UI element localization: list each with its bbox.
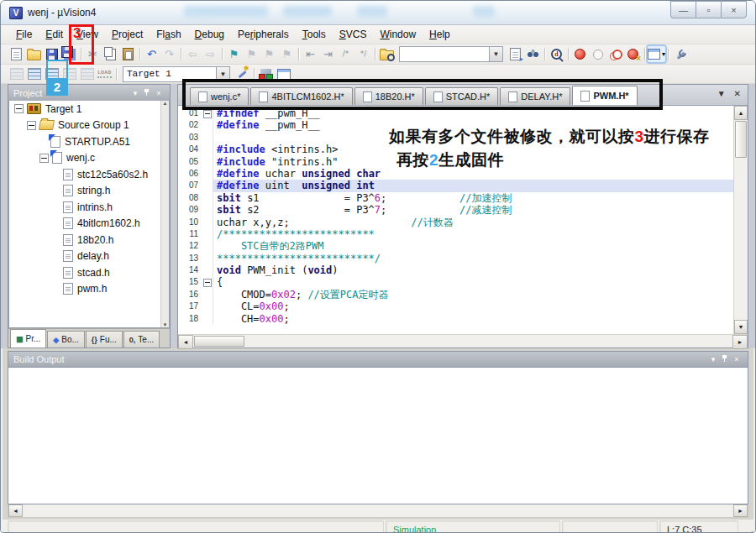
fold-collapse-icon[interactable] <box>203 110 212 118</box>
maximize-button[interactable]: ▫ <box>696 1 721 18</box>
file-tab[interactable]: wenj.c* <box>190 87 249 105</box>
build-target-button[interactable] <box>25 66 43 82</box>
new-file-button[interactable] <box>8 46 25 62</box>
enable-breakpoint-button[interactable] <box>589 46 606 62</box>
tree-scrollbar[interactable]: ▲▼ <box>160 101 169 327</box>
tab-list-icon[interactable]: ▼ <box>717 89 726 98</box>
title-bar[interactable]: V wenj - µVision4 — ▫ × <box>1 1 755 25</box>
panel-menu-icon[interactable]: ▾ <box>129 89 141 97</box>
tree-item[interactable]: delay.h <box>9 248 169 265</box>
menu-item-svcs[interactable]: SVCS <box>333 27 374 42</box>
app-icon[interactable]: V <box>9 7 23 19</box>
horizontal-scroll-thumb[interactable] <box>194 336 244 347</box>
manage-components-button[interactable] <box>257 66 275 82</box>
panel-menu-icon[interactable]: ▾ <box>707 355 719 363</box>
panel-tab-functions[interactable]: {}Fu... <box>86 331 123 347</box>
build-output-content[interactable] <box>8 367 748 504</box>
tree-expander-icon[interactable] <box>39 154 49 163</box>
find-next-button[interactable] <box>507 46 524 62</box>
tree-item[interactable]: 18b20.h <box>9 232 169 248</box>
file-tab[interactable]: PWM.H* <box>572 86 637 105</box>
menu-item-edit[interactable]: Edit <box>39 27 70 42</box>
editor-vertical-scrollbar[interactable]: ▲ ▼ <box>733 106 748 334</box>
panel-splitter[interactable] <box>171 84 177 348</box>
navigate-back-button[interactable]: ⇦ <box>184 46 202 62</box>
scroll-down-icon[interactable]: ▼ <box>734 320 748 334</box>
find-in-files-button[interactable] <box>378 46 396 62</box>
tree-expander-icon[interactable] <box>14 104 24 113</box>
run-to-cursor-button[interactable] <box>524 46 542 62</box>
disable-breakpoint-button[interactable] <box>606 46 624 62</box>
vertical-scroll-thumb[interactable] <box>735 121 747 158</box>
scroll-left-icon[interactable]: ◄ <box>8 504 23 517</box>
file-tab[interactable]: DELAY.H* <box>500 87 570 105</box>
copy-button[interactable] <box>102 46 119 62</box>
chevron-down-icon[interactable]: ▼ <box>489 47 502 61</box>
menu-item-help[interactable]: Help <box>423 27 457 42</box>
fold-collapse-icon[interactable] <box>203 279 212 287</box>
panel-close-icon[interactable]: × <box>153 89 165 97</box>
bookmark-next-button[interactable]: ⚑ <box>260 46 278 62</box>
scroll-up-icon[interactable]: ▲ <box>163 101 168 106</box>
menu-item-window[interactable]: Window <box>373 27 423 42</box>
code-editor[interactable]: 01#ifndef __pwm_H__02#define __pwm_H__03… <box>178 106 733 334</box>
bookmark-toggle-button[interactable]: ⚑ <box>225 46 243 62</box>
pin-icon[interactable] <box>719 354 731 364</box>
target-combobox[interactable]: Target 1▼ <box>123 66 230 82</box>
editor-horizontal-scrollbar[interactable]: ◄ ► <box>178 334 748 347</box>
tree-item[interactable]: STARTUP.A51 <box>9 133 169 150</box>
scroll-left-icon[interactable]: ◄ <box>178 335 193 349</box>
chevron-down-icon[interactable]: ▼ <box>216 67 229 81</box>
menu-item-peripherals[interactable]: Peripherals <box>231 27 296 42</box>
project-window-layout-button[interactable] <box>275 66 292 82</box>
tree-item[interactable]: intrins.h <box>9 199 169 216</box>
scroll-down-icon[interactable]: ▼ <box>163 322 168 327</box>
save-button[interactable] <box>43 46 60 62</box>
menu-item-debug[interactable]: Debug <box>188 27 231 42</box>
debug-windows-button[interactable]: ▾ <box>648 46 665 62</box>
minimize-button[interactable]: — <box>670 1 696 18</box>
tree-item[interactable]: Source Group 1 <box>9 118 169 134</box>
navigate-forward-button[interactable]: ⇨ <box>202 46 219 62</box>
close-button[interactable]: × <box>721 1 747 18</box>
indent-button[interactable]: ⇥ <box>319 46 337 62</box>
file-tab[interactable]: 18B20.H* <box>354 87 423 105</box>
panel-tab-templates[interactable]: 0,Te... <box>123 331 160 347</box>
tree-item[interactable]: 4bitlcm1602.h <box>9 216 169 233</box>
tree-item[interactable]: stcad.h <box>9 264 169 281</box>
tree-item[interactable]: wenj.c <box>9 150 169 167</box>
unindent-button[interactable]: ⇤ <box>302 46 319 62</box>
batch-build-button[interactable] <box>60 66 78 82</box>
scroll-right-icon[interactable]: ► <box>732 335 748 349</box>
tree-item[interactable]: Target 1 <box>9 101 169 118</box>
build-output-scrollbar[interactable]: ◄ ► <box>8 504 748 518</box>
search-combobox[interactable]: ▼ <box>399 46 503 62</box>
options-for-target-button[interactable] <box>234 66 251 82</box>
pin-icon[interactable] <box>141 88 153 98</box>
tree-expander-icon[interactable] <box>27 121 36 130</box>
configure-button[interactable] <box>671 46 689 62</box>
menu-item-file[interactable]: File <box>9 27 39 42</box>
kill-all-breakpoints-button[interactable] <box>624 46 642 62</box>
find-in-target-button[interactable]: d <box>548 46 565 62</box>
panel-close-icon[interactable]: × <box>731 355 743 363</box>
undo-button[interactable]: ↶ <box>143 46 160 62</box>
tree-item[interactable]: string.h <box>9 183 169 200</box>
bookmark-previous-button[interactable]: ⚑ <box>243 46 260 62</box>
tree-item[interactable]: pwm.h <box>9 281 169 298</box>
paste-button[interactable] <box>119 46 137 62</box>
translate-file-button[interactable] <box>8 66 25 82</box>
file-tab[interactable]: 4BITLCM1602.H* <box>250 87 352 105</box>
tree-item[interactable]: stc12c5a60s2.h <box>9 166 169 183</box>
file-tab[interactable]: STCAD.H* <box>425 87 499 105</box>
chevron-down-icon[interactable]: ▾ <box>662 51 665 58</box>
menu-item-view[interactable]: View <box>70 27 105 42</box>
scroll-up-icon[interactable]: ▲ <box>734 106 748 120</box>
panel-tab-books[interactable]: ◆Bo... <box>47 331 85 347</box>
insert-breakpoint-button[interactable] <box>571 46 589 62</box>
download-to-flash-button[interactable]: LOAD <box>96 66 113 82</box>
cut-button[interactable]: ✂ <box>84 46 102 62</box>
bookmark-clear-all-button[interactable]: ⚑ <box>278 46 296 62</box>
menu-item-flash[interactable]: Flash <box>150 27 187 42</box>
uncomment-selection-button[interactable]: */ <box>354 46 372 62</box>
